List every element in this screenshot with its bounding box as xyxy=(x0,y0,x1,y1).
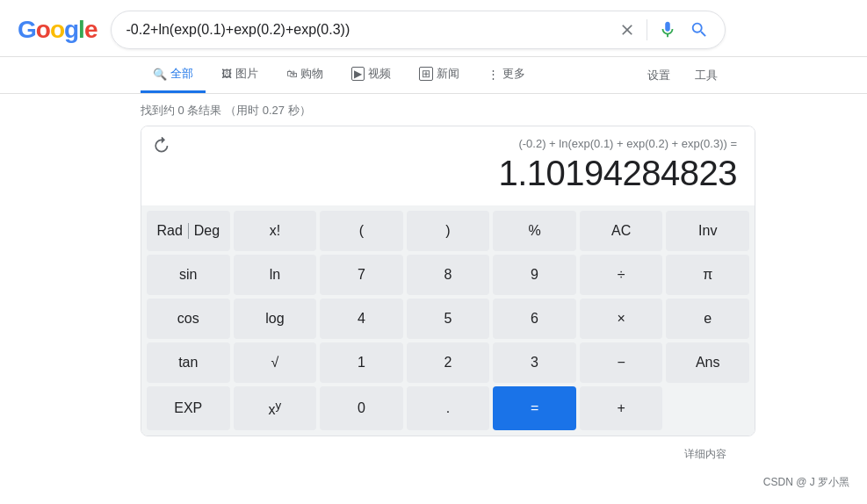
tab-shopping[interactable]: 🛍 购物 xyxy=(274,57,336,93)
voice-search-button[interactable] xyxy=(656,18,679,41)
nine-button[interactable]: 9 xyxy=(493,255,576,295)
sqrt-button[interactable]: √ xyxy=(234,342,317,383)
search-bar[interactable] xyxy=(111,11,726,49)
tab-video-label: 视频 xyxy=(368,66,391,82)
decimal-button[interactable]: . xyxy=(407,386,490,430)
close-paren-button[interactable]: ) xyxy=(407,211,490,251)
tab-more-label: 更多 xyxy=(502,66,525,82)
six-button[interactable]: 6 xyxy=(493,299,576,339)
calc-display: (-0.2) + ln(exp(0.1) + exp(0.2) + exp(0.… xyxy=(141,126,755,205)
three-button[interactable]: 3 xyxy=(493,342,576,383)
pi-button[interactable]: π xyxy=(666,255,749,295)
calc-result: 1.10194284823 xyxy=(155,154,741,193)
video-tab-icon: ▶ xyxy=(351,67,365,81)
equals-button[interactable]: = xyxy=(493,386,576,430)
search-divider xyxy=(647,19,647,40)
log-button[interactable]: log xyxy=(234,299,317,339)
search-tab-icon: 🔍 xyxy=(153,68,167,81)
news-tab-icon: ⊞ xyxy=(419,67,433,81)
calculator: (-0.2) + ln(exp(0.1) + exp(0.2) + exp(0.… xyxy=(141,126,755,436)
nav-right: 设置 工具 xyxy=(639,59,726,92)
power-button[interactable]: xy xyxy=(234,386,317,430)
zero-button[interactable]: 0 xyxy=(320,386,403,430)
watermark: CSDN @ J 罗小黑 xyxy=(763,475,849,490)
tab-images[interactable]: 🖼 图片 xyxy=(209,57,271,93)
tab-news[interactable]: ⊞ 新闻 xyxy=(407,57,472,93)
detail-link[interactable]: 详细内容 xyxy=(684,447,726,462)
nav-tabs: 🔍 全部 🖼 图片 🛍 购物 ▶ 视频 ⊞ 新闻 ⋮ 更多 设置 工具 xyxy=(0,57,867,94)
footer: 详细内容 xyxy=(0,436,867,465)
calc-expression: (-0.2) + ln(exp(0.1) + exp(0.2) + exp(0.… xyxy=(155,137,741,150)
tab-more[interactable]: ⋮ 更多 xyxy=(475,57,538,93)
google-logo: Google xyxy=(18,16,97,44)
search-input[interactable] xyxy=(126,22,610,38)
ans-button[interactable]: Ans xyxy=(666,342,749,383)
cos-button[interactable]: cos xyxy=(147,299,230,339)
tab-all[interactable]: 🔍 全部 xyxy=(141,57,206,93)
open-paren-button[interactable]: ( xyxy=(320,211,403,251)
euler-button[interactable]: e xyxy=(666,299,749,339)
history-icon[interactable] xyxy=(152,137,170,159)
tab-video[interactable]: ▶ 视频 xyxy=(339,57,403,93)
more-tab-icon: ⋮ xyxy=(488,68,499,81)
rad-deg-separator xyxy=(188,223,189,239)
one-button[interactable]: 1 xyxy=(320,342,403,383)
exp-button[interactable]: EXP xyxy=(147,386,230,430)
images-tab-icon: 🖼 xyxy=(221,68,232,80)
subtract-button[interactable]: − xyxy=(580,342,663,383)
tab-news-label: 新闻 xyxy=(437,66,459,82)
shopping-tab-icon: 🛍 xyxy=(286,68,297,80)
ln-button[interactable]: ln xyxy=(234,255,317,295)
tab-shopping-label: 购物 xyxy=(300,66,323,82)
five-button[interactable]: 5 xyxy=(407,299,490,339)
result-count: 找到约 0 条结果 （用时 0.27 秒） xyxy=(0,94,867,126)
tan-button[interactable]: tan xyxy=(147,342,230,383)
multiply-button[interactable]: × xyxy=(580,299,663,339)
tab-all-label: 全部 xyxy=(170,66,193,82)
rad-deg-button[interactable]: Rad Deg xyxy=(147,211,230,251)
percent-button[interactable]: % xyxy=(493,211,576,251)
eight-button[interactable]: 8 xyxy=(407,255,490,295)
two-button[interactable]: 2 xyxy=(407,342,490,383)
search-icons xyxy=(617,18,711,41)
ac-button[interactable]: AC xyxy=(580,211,663,251)
inv-button[interactable]: Inv xyxy=(666,211,749,251)
seven-button[interactable]: 7 xyxy=(320,255,403,295)
header: Google xyxy=(0,0,867,57)
settings-button[interactable]: 设置 xyxy=(639,59,679,92)
add-button[interactable]: + xyxy=(580,386,663,430)
result-count-text: 找到约 0 条结果 （用时 0.27 秒） xyxy=(141,104,311,117)
deg-label: Deg xyxy=(194,223,220,239)
rad-label: Rad xyxy=(156,223,182,239)
image-search-button[interactable] xyxy=(688,18,711,41)
clear-button[interactable] xyxy=(617,19,638,40)
calc-buttons: Rad Deg x! ( ) % AC Inv sin ln 7 8 9 ÷ π… xyxy=(141,205,755,436)
divide-button[interactable]: ÷ xyxy=(580,255,663,295)
tab-images-label: 图片 xyxy=(235,66,258,82)
tools-button[interactable]: 工具 xyxy=(686,59,726,92)
four-button[interactable]: 4 xyxy=(320,299,403,339)
sin-button[interactable]: sin xyxy=(147,255,230,295)
factorial-button[interactable]: x! xyxy=(234,211,317,251)
